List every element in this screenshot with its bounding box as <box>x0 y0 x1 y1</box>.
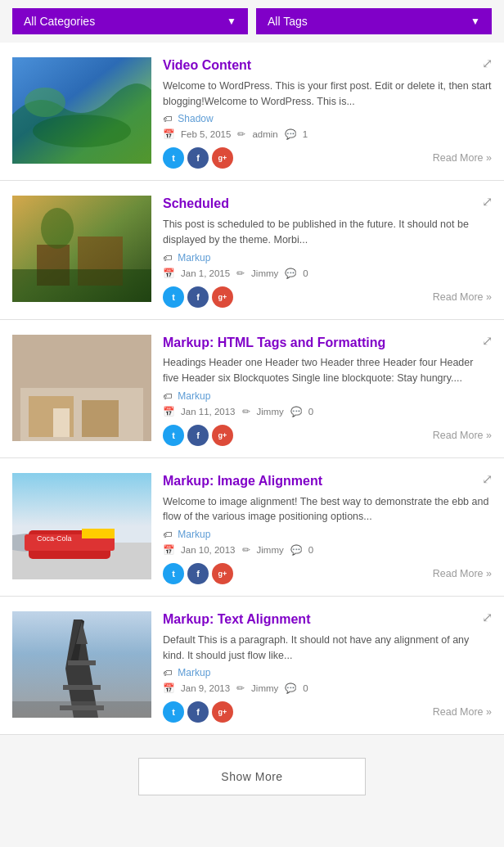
post-title-4[interactable]: Markup: Image Alignment <box>163 473 492 490</box>
google-btn-1[interactable]: g+ <box>212 147 233 169</box>
post-tag-link-4[interactable]: Markup <box>178 529 210 540</box>
facebook-btn-2[interactable]: f <box>187 286 209 308</box>
svg-rect-36 <box>12 701 151 718</box>
post-thumbnail-2 <box>12 196 151 302</box>
svg-rect-27 <box>82 529 115 538</box>
comment-icon-5: 💬 <box>285 683 296 694</box>
expand-icon-5[interactable]: ⤢ <box>482 610 493 625</box>
calendar-icon-2: 📅 <box>163 268 174 279</box>
social-icons-3: t f g+ <box>163 425 233 446</box>
read-more-5[interactable]: Read More » <box>433 706 492 718</box>
facebook-btn-5[interactable]: f <box>187 701 209 723</box>
google-btn-3[interactable]: g+ <box>212 425 233 446</box>
read-more-4[interactable]: Read More » <box>433 568 492 579</box>
post-title-1[interactable]: Video Content <box>163 57 492 74</box>
read-more-2[interactable]: Read More » <box>433 291 492 303</box>
google-btn-4[interactable]: g+ <box>212 563 233 584</box>
expand-icon-1[interactable]: ⤢ <box>482 56 493 71</box>
post-author-3: Jimmy <box>257 407 284 417</box>
post-footer-1: t f g+ Read More » <box>163 147 492 169</box>
categories-filter[interactable]: All Categories ▼ <box>12 8 248 34</box>
google-btn-5[interactable]: g+ <box>212 701 233 723</box>
post-thumbnail-4: Coca-Cola <box>12 473 151 579</box>
svg-point-7 <box>41 208 74 249</box>
post-author-2: Jimmy <box>251 268 278 278</box>
twitter-btn-1[interactable]: t <box>163 147 184 169</box>
comment-icon-2: 💬 <box>285 268 296 279</box>
facebook-btn-4[interactable]: f <box>187 563 209 584</box>
post-excerpt-3: Headings Header one Header two Header th… <box>163 355 492 386</box>
facebook-btn-3[interactable]: f <box>187 425 209 446</box>
post-date-3: Jan 11, 2013 <box>181 407 236 417</box>
twitter-btn-4[interactable]: t <box>163 563 184 584</box>
post-comments-3: 0 <box>308 407 313 417</box>
google-btn-2[interactable]: g+ <box>212 286 233 308</box>
expand-icon-2[interactable]: ⤢ <box>482 194 493 209</box>
post-content-2: Scheduled This post is scheduled to be p… <box>163 196 492 307</box>
expand-icon-3[interactable]: ⤢ <box>482 333 493 349</box>
post-thumbnail-1 <box>12 57 151 164</box>
twitter-btn-2[interactable]: t <box>163 286 184 308</box>
post-tags-5: 🏷 Markup <box>163 667 492 678</box>
read-more-1[interactable]: Read More » <box>433 152 492 164</box>
post-tag-link-2[interactable]: Markup <box>178 252 210 264</box>
post-tag-link-3[interactable]: Markup <box>178 390 210 402</box>
post-footer-4: t f g+ Read More » <box>163 563 492 584</box>
post-tags-4: 🏷 Markup <box>163 529 492 540</box>
tags-arrow: ▼ <box>470 16 480 27</box>
post-list: Video Content Welcome to WordPress. This… <box>0 43 504 735</box>
pencil-icon-5: ✏ <box>236 683 245 694</box>
categories-label: All Categories <box>24 15 95 28</box>
post-date-1: Feb 5, 2015 <box>181 129 231 139</box>
post-excerpt-4: Welcome to image alignment! The best way… <box>163 494 492 525</box>
post-card-1: Video Content Welcome to WordPress. This… <box>0 43 504 181</box>
post-meta-3: 📅 Jan 11, 2013 ✏ Jimmy 💬 0 <box>163 406 492 417</box>
post-excerpt-5: Default This is a paragraph. It should n… <box>163 633 492 664</box>
calendar-icon-4: 📅 <box>163 544 174 556</box>
post-author-5: Jimmy <box>251 683 278 693</box>
show-more-button[interactable]: Show More <box>138 758 365 795</box>
svg-rect-15 <box>82 400 119 437</box>
post-author-4: Jimmy <box>257 545 284 555</box>
pencil-icon-1: ✏ <box>237 128 245 140</box>
post-title-3[interactable]: Markup: HTML Tags and Formatting <box>163 335 492 352</box>
post-meta-5: 📅 Jan 9, 2013 ✏ Jimmy 💬 0 <box>163 683 492 694</box>
post-comments-5: 0 <box>303 683 308 693</box>
post-tags-3: 🏷 Markup <box>163 390 492 402</box>
post-thumbnail-5 <box>12 611 151 718</box>
show-more-container: Show More <box>0 735 504 820</box>
post-title-2[interactable]: Scheduled <box>163 196 492 213</box>
post-footer-3: t f g+ Read More » <box>163 425 492 446</box>
social-icons-2: t f g+ <box>163 286 233 308</box>
social-icons-5: t f g+ <box>163 701 233 723</box>
tag-icon-1: 🏷 <box>163 114 172 124</box>
social-icons-1: t f g+ <box>163 147 233 169</box>
post-date-2: Jan 1, 2015 <box>181 268 230 278</box>
twitter-btn-5[interactable]: t <box>163 701 184 723</box>
facebook-btn-1[interactable]: f <box>187 147 209 169</box>
pencil-icon-4: ✏ <box>242 544 250 556</box>
post-tag-link-1[interactable]: Shadow <box>178 113 213 124</box>
post-comments-2: 0 <box>303 268 308 278</box>
pencil-icon-2: ✏ <box>236 268 245 279</box>
post-author-1: admin <box>252 129 277 139</box>
post-thumbnail-3 <box>12 335 151 441</box>
twitter-btn-3[interactable]: t <box>163 425 184 446</box>
post-content-3: Markup: HTML Tags and Formatting Heading… <box>163 335 492 446</box>
calendar-icon-3: 📅 <box>163 406 174 417</box>
post-comments-1: 1 <box>303 129 308 139</box>
post-title-5[interactable]: Markup: Text Alignment <box>163 611 492 628</box>
comment-icon-4: 💬 <box>290 544 302 556</box>
tags-filter[interactable]: All Tags ▼ <box>256 8 492 34</box>
calendar-icon-1: 📅 <box>163 128 174 140</box>
read-more-3[interactable]: Read More » <box>433 430 492 441</box>
post-meta-2: 📅 Jan 1, 2015 ✏ Jimmy 💬 0 <box>163 268 492 279</box>
social-icons-4: t f g+ <box>163 563 233 584</box>
post-footer-5: t f g+ Read More » <box>163 701 492 723</box>
post-tag-link-5[interactable]: Markup <box>178 667 210 678</box>
svg-rect-16 <box>53 408 70 437</box>
tags-label: All Tags <box>268 15 308 28</box>
expand-icon-4[interactable]: ⤢ <box>482 471 493 487</box>
post-card-5: Markup: Text Alignment Default This is a… <box>0 597 504 735</box>
pencil-icon-3: ✏ <box>242 406 250 417</box>
